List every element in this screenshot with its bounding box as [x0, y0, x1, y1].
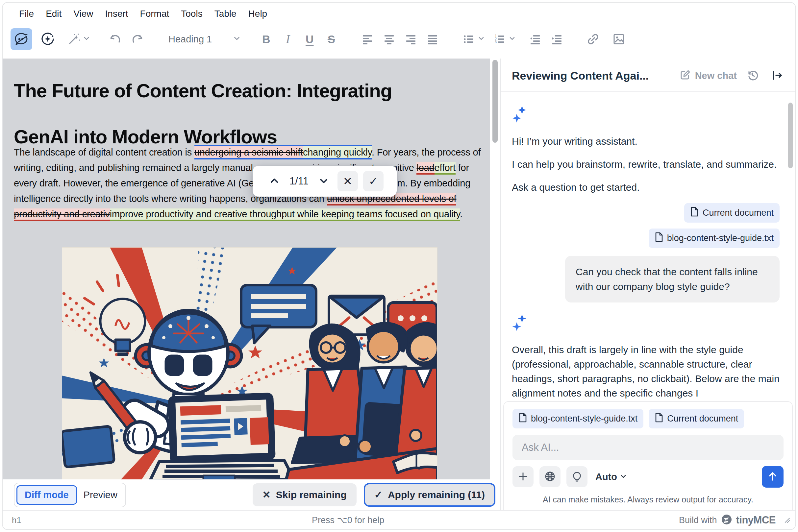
apply-remaining-button[interactable]: ✓ Apply remaining (11) — [364, 483, 495, 507]
context-pill[interactable]: blog-content-style-guide.txt — [513, 409, 644, 429]
outdent-button[interactable] — [524, 28, 546, 50]
compose-icon — [679, 69, 691, 82]
editor-area: The Future of Content Creation: Integrat… — [3, 58, 500, 510]
preview-button[interactable]: Preview — [80, 486, 121, 504]
menu-item[interactable]: Table — [209, 6, 242, 22]
new-chat-button[interactable]: New chat — [679, 69, 737, 82]
context-pill[interactable]: Current document — [649, 409, 744, 429]
editor-scrollbar[interactable] — [493, 60, 498, 143]
ask-ai-input[interactable] — [513, 435, 783, 460]
context-pill-label: Current document — [667, 414, 738, 424]
align-right-icon — [404, 33, 417, 46]
close-panel-button[interactable] — [768, 67, 785, 84]
chevron-down-icon — [318, 175, 329, 187]
suggestions-button[interactable] — [567, 466, 588, 487]
view-mode-toggle: Diff mode Preview — [14, 483, 126, 507]
paragraph-segment: undergoing a seismic shift — [194, 145, 303, 159]
ai-disclaimer: AI can make mistakes. Always review outp… — [513, 488, 783, 510]
block-format-select[interactable]: Heading 1 — [163, 28, 247, 50]
ai-sparkle-icon — [512, 105, 780, 126]
insert-link-button[interactable] — [582, 28, 604, 50]
menu-item[interactable]: Help — [243, 6, 273, 22]
context-pill-label: Current document — [703, 208, 774, 218]
link-icon — [586, 32, 600, 46]
magic-wand-icon — [67, 32, 81, 46]
justify-icon — [426, 33, 439, 46]
new-chat-label: New chat — [695, 71, 737, 80]
diff-mode-button[interactable]: Diff mode — [16, 485, 77, 505]
undo-button[interactable] — [105, 28, 126, 50]
apply-remaining-label: Apply remaining (11) — [388, 490, 485, 500]
align-left-button[interactable] — [356, 28, 378, 50]
menu-item[interactable]: Format — [135, 6, 175, 22]
chat-history-button[interactable] — [744, 67, 761, 84]
menu-item[interactable]: File — [14, 6, 39, 22]
menu-item[interactable]: Edit — [40, 6, 67, 22]
ai-shortcuts-button[interactable] — [37, 28, 58, 50]
align-center-button[interactable] — [378, 28, 400, 50]
accept-diff-button[interactable]: ✓ — [363, 171, 384, 191]
resize-handle-icon[interactable] — [783, 516, 790, 525]
justify-button[interactable] — [422, 28, 443, 50]
arrow-up-icon — [767, 471, 778, 483]
context-pill[interactable]: blog-content-style-guide.txt — [649, 229, 780, 248]
chevron-down-icon — [233, 35, 241, 44]
checkmark-icon: ✓ — [369, 175, 378, 188]
menu-item[interactable]: Insert — [100, 6, 133, 22]
insert-image-button[interactable] — [608, 28, 630, 50]
help-shortcut-text: Press ⌥0 for help — [312, 515, 384, 526]
redo-button[interactable] — [126, 28, 148, 50]
image-icon — [612, 32, 626, 46]
ai-chat-bubble-icon — [14, 32, 29, 46]
chat-scrollbar[interactable] — [788, 102, 793, 168]
chevron-up-icon — [269, 175, 280, 187]
add-attachment-button[interactable] — [513, 466, 534, 487]
bullet-list-button[interactable] — [458, 28, 480, 50]
paragraph-segment: effort — [434, 162, 456, 175]
numbered-list-icon: 123 — [493, 33, 506, 46]
user-message: Can you check that the content falls inl… — [565, 256, 780, 303]
document-illustration — [62, 247, 438, 479]
chevron-down-icon[interactable] — [83, 35, 90, 43]
bold-button[interactable]: B — [255, 28, 277, 50]
document-icon — [654, 232, 663, 244]
send-button[interactable] — [762, 466, 783, 488]
branding[interactable]: Build with tinyMCE — [679, 514, 790, 527]
menu-item[interactable]: Tools — [175, 6, 207, 22]
chat-messages[interactable]: Hi! I’m your writing assistant.I can hel… — [501, 92, 795, 401]
ai-quick-actions-button[interactable] — [63, 28, 85, 50]
paragraph-segment: . — [460, 209, 463, 219]
collapse-panel-icon — [771, 69, 783, 83]
reject-diff-button[interactable]: ✕ — [337, 171, 358, 191]
toolbar: Heading 1 B I U S 123 — [3, 22, 795, 58]
context-pill-label: blog-content-style-guide.txt — [667, 233, 774, 243]
assistant-message: I can help you brainstorm, rewrite, tran… — [512, 157, 780, 172]
assistant-message: Hi! I’m your writing assistant. — [512, 134, 780, 149]
element-path[interactable]: h1 — [12, 515, 21, 526]
underline-button[interactable]: U — [299, 28, 320, 50]
web-search-button[interactable] — [539, 466, 560, 487]
chat-composer: blog-content-style-guide.txt Current doc… — [503, 401, 793, 510]
previous-diff-button[interactable] — [266, 173, 283, 190]
chevron-down-icon — [620, 472, 627, 482]
indent-button[interactable] — [546, 28, 568, 50]
ai-sparkle-circle-icon — [40, 32, 55, 46]
checkmark-icon: ✓ — [374, 490, 383, 500]
document-paragraph: The landscape of digital content creatio… — [14, 145, 482, 222]
menu-item[interactable]: View — [68, 6, 98, 22]
tinymce-brand-label: tinyMCE — [736, 514, 776, 526]
strikethrough-button[interactable]: S — [320, 28, 342, 50]
italic-button[interactable]: I — [277, 28, 299, 50]
align-right-button[interactable] — [400, 28, 422, 50]
editor-canvas[interactable]: The Future of Content Creation: Integrat… — [3, 58, 490, 479]
chevron-down-icon[interactable] — [478, 35, 485, 43]
next-diff-button[interactable] — [315, 173, 332, 190]
skip-remaining-button[interactable]: ✕ Skip remaining — [253, 483, 356, 506]
model-mode-select[interactable]: Auto — [595, 472, 627, 482]
chevron-down-icon[interactable] — [508, 35, 516, 43]
menubar: FileEditViewInsertFormatToolsTableHelp — [3, 3, 795, 22]
context-pill[interactable]: Current document — [684, 203, 780, 223]
numbered-list-button[interactable]: 123 — [489, 28, 511, 50]
assistant-message: Ask a question to get started. — [512, 180, 780, 195]
ai-assistant-button[interactable] — [11, 28, 32, 50]
